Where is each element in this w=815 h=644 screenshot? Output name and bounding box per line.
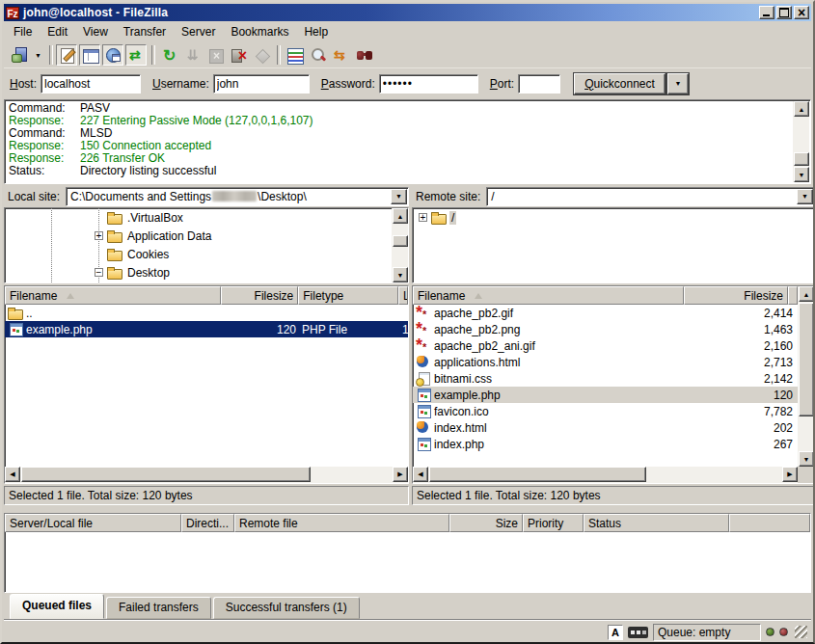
- file-icon: [416, 389, 432, 401]
- minimize-button[interactable]: [759, 6, 774, 19]
- local-tree-item[interactable]: +Application Data: [5, 227, 408, 245]
- column-header-filename[interactable]: Filename: [5, 286, 221, 305]
- toggle-local-tree-button[interactable]: [79, 44, 100, 66]
- scroll-right-icon[interactable]: ▶: [782, 467, 798, 482]
- scroll-down-icon[interactable]: ▼: [393, 267, 408, 282]
- remote-file-row[interactable]: index.php267: [413, 436, 798, 452]
- column-header-server-local-file[interactable]: Server/Local file: [5, 514, 181, 532]
- remote-list-vscrollbar[interactable]: ▲ ▼: [798, 286, 814, 467]
- log-scrollbar[interactable]: ▲ ▼: [793, 101, 809, 182]
- scroll-up-icon[interactable]: ▲: [799, 286, 814, 302]
- file-icon: [8, 323, 24, 335]
- menu-item[interactable]: Bookmarks: [223, 23, 296, 40]
- remote-file-row[interactable]: applications.html2,713: [413, 354, 798, 370]
- folder-icon: [107, 229, 123, 242]
- scrollbar-thumb[interactable]: [429, 467, 646, 482]
- scrollbar-thumb[interactable]: [393, 235, 408, 247]
- remote-path-combo[interactable]: / ▼: [486, 187, 815, 206]
- column-header-direction[interactable]: Directi...: [181, 514, 234, 532]
- refresh-button[interactable]: [158, 44, 179, 66]
- column-header-filename[interactable]: Filename: [413, 286, 684, 305]
- chevron-down-icon[interactable]: ▼: [391, 189, 407, 204]
- scroll-up-icon[interactable]: ▲: [393, 208, 408, 224]
- remote-list-hscrollbar[interactable]: ◀ ▶: [413, 467, 798, 483]
- file-icon: [416, 339, 432, 352]
- reconnect-button[interactable]: [251, 44, 272, 66]
- scroll-down-icon[interactable]: ▼: [799, 451, 814, 467]
- message-log: Command:PASVResponse:227 Entering Passiv…: [4, 99, 811, 184]
- tree-expander-icon[interactable]: +: [419, 213, 427, 222]
- remote-file-row[interactable]: example.php120: [413, 387, 798, 403]
- username-label: Username:: [152, 77, 209, 91]
- local-tree-item[interactable]: Cookies: [5, 245, 408, 263]
- toggle-queue-button[interactable]: [125, 44, 147, 66]
- quickconnect-button[interactable]: Quickconnect: [574, 73, 666, 94]
- queue-tab[interactable]: Successful transfers (1): [213, 597, 360, 619]
- port-input[interactable]: [518, 74, 560, 94]
- remote-tree-item[interactable]: +/: [413, 208, 814, 227]
- scroll-up-icon[interactable]: ▲: [794, 101, 809, 117]
- maximize-button[interactable]: [776, 6, 792, 19]
- remote-file-row[interactable]: index.html202: [413, 419, 798, 436]
- scroll-right-icon[interactable]: ▶: [393, 467, 408, 482]
- username-input[interactable]: [213, 74, 310, 94]
- menu-item[interactable]: Server: [174, 23, 223, 40]
- scroll-down-icon[interactable]: ▼: [794, 167, 809, 182]
- close-button[interactable]: [794, 6, 809, 19]
- column-header-filetype[interactable]: Filetype: [298, 286, 398, 305]
- site-manager-dropdown[interactable]: [32, 44, 44, 66]
- local-file-row[interactable]: example.php120PHP File1: [5, 321, 408, 337]
- chevron-down-icon[interactable]: ▼: [797, 189, 813, 204]
- menu-item[interactable]: Edit: [40, 23, 75, 40]
- menu-item[interactable]: View: [75, 23, 116, 40]
- scroll-left-icon[interactable]: ◀: [5, 467, 20, 482]
- column-header-size[interactable]: Size: [449, 514, 523, 532]
- toggle-message-log-button[interactable]: [56, 44, 77, 66]
- tree-expander-icon[interactable]: +: [95, 231, 103, 240]
- local-tree-item[interactable]: −Desktop: [5, 263, 408, 282]
- transfer-queue: Server/Local file Directi... Remote file…: [4, 513, 811, 593]
- menu-item[interactable]: Help: [296, 23, 336, 40]
- speedlimit-badge-icon[interactable]: [628, 627, 648, 638]
- column-header-priority[interactable]: Priority: [523, 514, 584, 532]
- menu-item[interactable]: File: [6, 23, 40, 40]
- directory-comparison-button[interactable]: [307, 44, 328, 66]
- scrollbar-thumb[interactable]: [794, 152, 809, 166]
- column-header-filesize[interactable]: Filesize: [221, 286, 298, 305]
- remote-file-row[interactable]: bitnami.css2,142: [413, 370, 798, 387]
- password-input[interactable]: [379, 74, 478, 94]
- remote-file-row[interactable]: apache_pb2_ani.gif2,160: [413, 337, 798, 354]
- filter-button[interactable]: [284, 44, 305, 66]
- local-tree-scrollbar[interactable]: ▲ ▼: [392, 208, 408, 282]
- tree-expander-icon[interactable]: −: [95, 268, 103, 277]
- process-queue-button[interactable]: [181, 44, 203, 66]
- column-header-filesize[interactable]: Filesize: [684, 286, 788, 305]
- queue-tab[interactable]: Queued files: [10, 594, 104, 619]
- local-list-hscrollbar[interactable]: ◀ ▶: [5, 467, 408, 483]
- menu-item[interactable]: Transfer: [116, 23, 174, 40]
- column-header-remote-file[interactable]: Remote file: [234, 514, 449, 532]
- disconnect-button[interactable]: [228, 44, 249, 66]
- quickconnect-dropdown[interactable]: ▼: [667, 73, 689, 94]
- cancel-operation-button[interactable]: [204, 44, 226, 66]
- column-header-status[interactable]: Status: [584, 514, 729, 532]
- column-header-lastmodified[interactable]: L: [398, 286, 408, 305]
- find-files-button[interactable]: [353, 44, 374, 66]
- local-tree-item[interactable]: .VirtualBox: [5, 208, 408, 227]
- local-path-combo[interactable]: C:\Documents and Settings\Desktop\ ▼: [66, 187, 409, 206]
- remote-file-row[interactable]: apache_pb2.gif2,414: [413, 305, 798, 321]
- toggle-remote-tree-button[interactable]: [102, 44, 123, 66]
- remote-file-row[interactable]: favicon.ico7,782: [413, 403, 798, 419]
- scrollbar-thumb[interactable]: [799, 303, 814, 416]
- site-manager-button[interactable]: [9, 44, 30, 66]
- scroll-left-icon[interactable]: ◀: [413, 467, 428, 482]
- remote-file-row[interactable]: apache_pb2.png1,463: [413, 321, 798, 337]
- scrollbar-thumb[interactable]: [21, 467, 311, 482]
- transfer-type-icon[interactable]: A: [608, 625, 623, 640]
- queue-tab[interactable]: Failed transfers: [106, 597, 211, 619]
- host-input[interactable]: [41, 74, 141, 94]
- local-file-row[interactable]: ..: [5, 305, 408, 321]
- resize-grip[interactable]: [795, 626, 807, 638]
- file-name: example.php: [26, 323, 93, 336]
- synchronized-browsing-button[interactable]: [330, 44, 351, 66]
